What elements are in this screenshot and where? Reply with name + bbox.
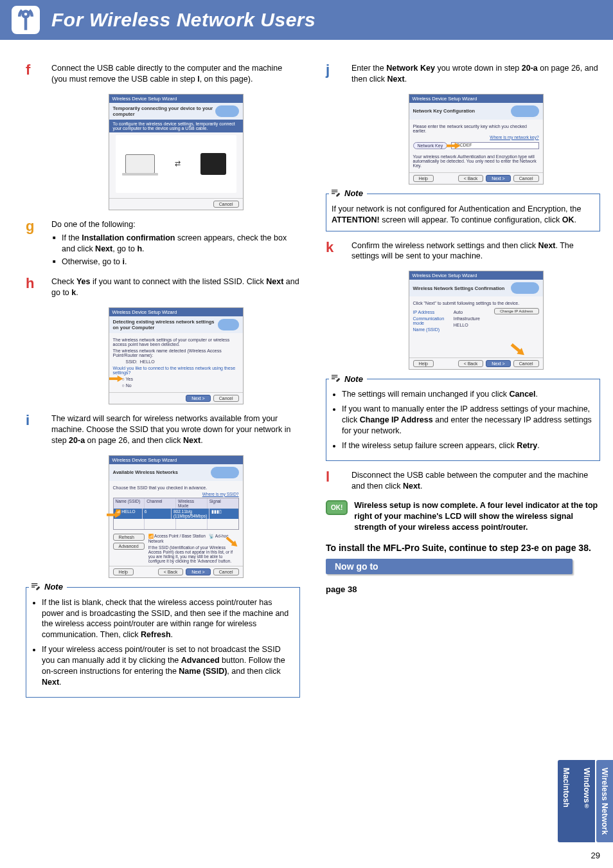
usb-diagram: ⇄ xyxy=(116,135,236,193)
arrow-icon: ⇄ xyxy=(175,159,181,168)
step-letter-i: i xyxy=(26,413,51,428)
section-header: For Wireless Network Users xyxy=(0,0,613,40)
pointer-arrow-icon xyxy=(509,341,527,358)
step-letter-j: j xyxy=(326,63,351,77)
back-button[interactable]: < Back xyxy=(158,568,184,575)
network-key-input[interactable]: ABCDEF xyxy=(451,142,538,149)
help-button[interactable]: Help xyxy=(113,568,134,575)
note-box-j: Note If your network is not configured f… xyxy=(326,194,600,231)
step-i-body: The wizard will search for wireless netw… xyxy=(51,413,300,449)
wifi-logo-icon xyxy=(511,282,539,294)
network-key-label: Network Key xyxy=(413,142,448,149)
pencil-note-icon xyxy=(330,188,341,199)
tab-wireless-network[interactable]: Wireless Network xyxy=(596,760,613,842)
step-f-body: Connect the USB cable directly to the co… xyxy=(51,63,300,87)
note-box-left: Note If the list is blank, check that th… xyxy=(26,587,300,698)
pencil-note-icon xyxy=(30,582,40,592)
step-j-body: Enter the Network Key you wrote down in … xyxy=(351,63,600,87)
wifi-logo-icon xyxy=(218,319,238,330)
note-heading: Note xyxy=(329,372,367,385)
pointer-arrow-icon xyxy=(109,375,123,382)
screenshot-h: Wireless Device Setup Wizard Detecting e… xyxy=(109,307,244,404)
advanced-button[interactable]: Advanced xyxy=(113,543,145,550)
wifi-logo-icon xyxy=(511,105,539,117)
screenshot-j: Wireless Device Setup Wizard Network Key… xyxy=(409,94,544,185)
cancel-button[interactable]: Cancel xyxy=(213,395,239,402)
install-heading: To install the MFL-Pro Suite, continue t… xyxy=(326,542,600,554)
change-ip-button[interactable]: Change IP Address xyxy=(494,308,539,314)
cancel-button[interactable]: Cancel xyxy=(513,175,539,182)
now-go-to-bar: Now go to xyxy=(326,559,573,574)
step-l-body: Disconnect the USB cable between the com… xyxy=(351,470,600,494)
wifi-logo-icon xyxy=(211,467,239,478)
next-button[interactable]: Next > xyxy=(486,360,510,367)
page-number: 29 xyxy=(591,851,600,860)
back-button[interactable]: < Back xyxy=(458,360,484,367)
printer-icon xyxy=(200,153,226,175)
refresh-button[interactable]: Refresh xyxy=(113,534,145,541)
screenshot-f: Wireless Device Setup Wizard Temporarily… xyxy=(109,94,244,210)
right-column: j Enter the Network Key you wrote down i… xyxy=(326,63,600,707)
laptop-icon xyxy=(125,154,155,174)
note-box-k: Note The settings will remain unchanged … xyxy=(326,379,600,460)
note-heading: Note xyxy=(29,581,67,593)
side-tabs: Wireless Network Windows® Macintosh xyxy=(558,760,613,842)
wifi-logo-icon xyxy=(215,105,239,117)
screenshot-i: Wireless Device Setup Wizard Available W… xyxy=(109,455,244,578)
step-letter-f: f xyxy=(26,63,51,77)
step-letter-g: g xyxy=(26,219,51,233)
help-button[interactable]: Help xyxy=(413,360,434,367)
pencil-note-icon xyxy=(330,374,341,384)
ok-text: Wireless setup is now complete. A four l… xyxy=(354,500,600,533)
note-heading: Note xyxy=(329,187,367,200)
page-reference[interactable]: page 38 xyxy=(326,584,600,594)
cancel-button[interactable]: Cancel xyxy=(213,568,239,575)
step-letter-l: l xyxy=(326,470,351,484)
antenna-icon xyxy=(14,8,37,32)
header-title: For Wireless Network Users xyxy=(51,9,315,31)
step-g-body: Do one of the following: If the Installa… xyxy=(51,219,300,271)
tab-os[interactable]: Windows® Macintosh xyxy=(558,760,595,842)
left-column: f Connect the USB cable directly to the … xyxy=(26,63,300,707)
cancel-button[interactable]: Cancel xyxy=(213,201,239,208)
next-button[interactable]: Next > xyxy=(186,395,210,402)
next-button[interactable]: Next > xyxy=(186,568,210,575)
ok-badge: OK! xyxy=(326,500,348,515)
help-button[interactable]: Help xyxy=(413,175,434,182)
step-letter-h: h xyxy=(26,276,51,291)
step-h-body: Check Yes if you want to connect with th… xyxy=(51,276,300,301)
ok-block: OK! Wireless setup is now complete. A fo… xyxy=(326,500,600,533)
back-button[interactable]: < Back xyxy=(458,175,484,182)
ssid-table: Name (SSID)ChannelWireless ModeSignal 📶 … xyxy=(113,498,239,530)
next-button[interactable]: Next > xyxy=(486,175,510,182)
wireless-icon xyxy=(10,5,41,35)
step-letter-k: k xyxy=(326,240,351,255)
step-k-body: Confirm the wireless network settings an… xyxy=(351,240,600,265)
where-key-link[interactable]: Where is my network key? xyxy=(413,135,539,140)
cancel-button[interactable]: Cancel xyxy=(513,360,539,367)
where-ssid-link[interactable]: Where is my SSID? xyxy=(113,492,239,496)
screenshot-k: Wireless Device Setup Wizard Wireless Ne… xyxy=(409,271,544,370)
